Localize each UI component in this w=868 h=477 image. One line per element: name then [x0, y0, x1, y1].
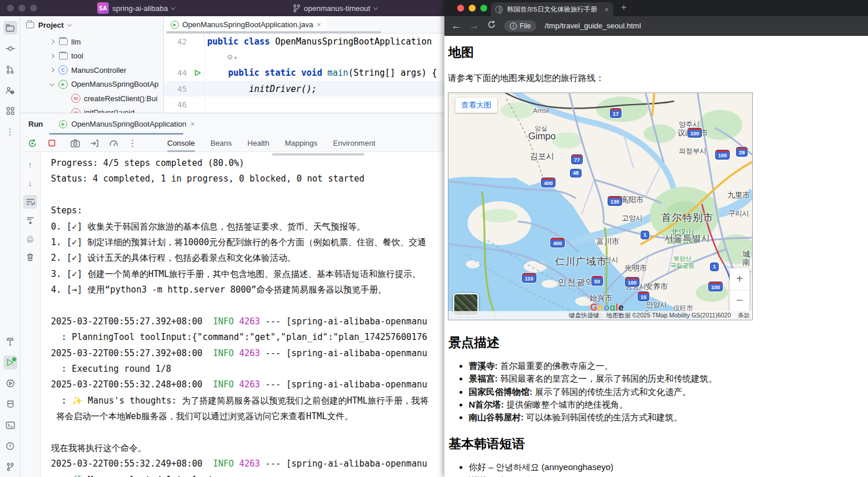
maximize-window-button[interactable] — [480, 5, 487, 12]
road-shield: 100 — [708, 282, 723, 291]
run-view-tab[interactable]: Environment — [333, 135, 376, 152]
run-panel-title: Run — [28, 120, 43, 128]
scroll-to-end-icon[interactable] — [23, 213, 37, 227]
tree-chevron-icon[interactable] — [47, 54, 57, 58]
tree-item[interactable]: initDriver():void — [20, 106, 163, 113]
spring-boot-icon: ▶ — [59, 120, 67, 128]
console-pane[interactable]: Progress: 4/5 steps completed (80.0%)Sta… — [41, 152, 444, 477]
clear-console-icon[interactable] — [23, 250, 37, 264]
spot-item: 南山谷韩屋村: 可以体验到韩国传统的生活方式和建筑。 — [469, 411, 865, 424]
collaboration-icon[interactable]: ? — [3, 83, 17, 97]
tree-item[interactable]: OpenManusSpringBootAp — [20, 77, 163, 92]
browser-toolbar: ← → i File /tmp/travel_guide_seoul.html — [444, 16, 868, 36]
tree-chevron-icon[interactable] — [60, 97, 70, 100]
scroll-down-icon[interactable]: ↓ — [23, 176, 37, 190]
run-view-tab[interactable]: Console — [167, 135, 195, 152]
editor-code[interactable]: 42public class OpenManusSpringBootApplic… — [164, 34, 444, 113]
actuator-gauge-button[interactable] — [108, 138, 119, 149]
commit-tool-icon[interactable] — [3, 42, 17, 56]
scroll-up-icon[interactable]: ↑ — [23, 158, 37, 172]
map-attribution: 键盘快捷键 地图数据 ©2025 TMap Mobility GS(2011)6… — [448, 311, 752, 320]
road-number: 1 — [643, 232, 646, 238]
project-panel-header[interactable]: Project — [20, 16, 163, 34]
run-tab-title: OpenManusSpringBootApplication — [71, 120, 186, 128]
back-button[interactable]: ← — [451, 21, 461, 31]
rerun-button[interactable] — [27, 138, 38, 149]
build-tool-icon[interactable] — [3, 335, 17, 349]
map-label-kr: 고양시 — [621, 215, 643, 222]
tab-label: Beans — [211, 139, 232, 147]
close-tab-icon[interactable]: × — [604, 5, 609, 14]
spot-item: 曹溪寺: 首尔最重要的佛教寺庙之一。 — [469, 360, 865, 372]
map-heading: 地图 — [448, 44, 865, 61]
view-larger-map-button[interactable]: 查看大图 — [455, 98, 497, 113]
problems-tool-icon[interactable] — [3, 439, 17, 453]
run-tab[interactable]: ▶ OpenManusSpringBootApplication × — [59, 113, 194, 135]
zoom-in-button[interactable]: + — [730, 268, 749, 290]
tree-chevron-icon[interactable] — [47, 68, 57, 72]
road-number: 110 — [525, 276, 534, 282]
run-view-tab[interactable]: Health — [248, 135, 270, 152]
tree-chevron-icon[interactable] — [47, 83, 57, 86]
road-number: 100 — [711, 284, 720, 290]
browser-tab[interactable]: 韩国首尔5日文化体验旅行手册 × — [491, 2, 613, 16]
maximize-window-button[interactable] — [30, 5, 37, 12]
globe-favicon-icon — [495, 6, 503, 13]
run-view-tab[interactable]: Mappings — [285, 135, 317, 152]
road-number: 400 — [544, 180, 553, 186]
map-embed[interactable]: Amsil 암실 양주시 Gimpo 김포시 — [448, 93, 753, 320]
close-icon[interactable]: × — [317, 20, 321, 29]
run-config-name: openmanus-timeout — [304, 4, 370, 13]
map-label-kr: 구리시 — [727, 210, 750, 217]
structure-tool-icon[interactable] — [3, 104, 17, 118]
forward-button[interactable]: → — [469, 21, 479, 31]
run-config-switcher[interactable]: openmanus-timeout — [293, 0, 377, 16]
close-window-button[interactable] — [457, 5, 464, 12]
spot-name: 曹溪寺: — [469, 361, 498, 371]
tree-item-icon — [57, 53, 69, 60]
tab-label: Console — [167, 139, 195, 147]
zoom-out-button[interactable]: − — [730, 290, 749, 312]
window-controls — [7, 5, 37, 12]
road-shield: 29 — [736, 147, 748, 157]
project-tool-icon[interactable] — [3, 21, 17, 35]
pull-requests-icon[interactable] — [3, 62, 17, 76]
stop-button[interactable] — [46, 138, 57, 149]
tree-item[interactable]: ManusController — [20, 63, 163, 77]
project-switcher[interactable]: SA spring-ai-alibaba — [97, 0, 175, 16]
attach-debugger-button[interactable] — [89, 138, 100, 149]
tree-item[interactable]: tool — [20, 49, 163, 64]
run-view-tab[interactable]: Beans — [211, 135, 232, 152]
services-tool-icon[interactable] — [3, 376, 17, 390]
road-shield: 100 — [687, 128, 702, 138]
road-shield: 1 — [641, 231, 649, 239]
thread-dump-button[interactable] — [70, 138, 80, 149]
tree-item[interactable]: createRestClient():Bui — [20, 91, 163, 106]
tree-item[interactable]: llm — [20, 35, 163, 49]
minimize-window-button[interactable] — [19, 5, 25, 12]
terms-link[interactable]: 条款 — [738, 312, 750, 320]
url-scheme-chip[interactable]: i File — [504, 20, 536, 32]
terminal-tool-icon[interactable] — [3, 418, 17, 432]
map-label-zh: 始兴市 — [590, 294, 612, 303]
more-actions-icon[interactable]: ⋮ — [127, 138, 138, 149]
soft-wrap-icon[interactable] — [23, 195, 37, 209]
more-tool-windows-icon[interactable]: ⋮ — [3, 125, 17, 139]
print-icon[interactable] — [23, 232, 37, 246]
minimize-window-button[interactable] — [469, 5, 476, 12]
address-bar[interactable]: /tmp/travel_guide_seoul.html — [545, 21, 641, 30]
bookmarks-tool-icon[interactable] — [3, 397, 17, 411]
browser-window: 韩国首尔5日文化体验旅行手册 × + ← → i File /tmp/trave… — [444, 0, 868, 477]
road-number: 1 — [713, 264, 716, 269]
console-horizontal-scrollbar[interactable] — [272, 153, 365, 156]
phrase-item: 你好 – 안녕하세요 (annyeonghaseyo) — [469, 461, 865, 474]
keyboard-shortcuts-link[interactable]: 键盘快捷键 — [569, 312, 599, 320]
reload-button[interactable] — [487, 20, 496, 31]
map-label-zh: 富川市 — [597, 238, 619, 246]
run-tool-icon[interactable] — [3, 356, 17, 369]
tree-chevron-icon[interactable] — [47, 40, 57, 43]
close-window-button[interactable] — [7, 5, 14, 12]
close-icon[interactable]: × — [190, 120, 195, 128]
new-tab-button[interactable]: + — [621, 2, 627, 13]
git-tool-icon[interactable] — [3, 460, 17, 474]
